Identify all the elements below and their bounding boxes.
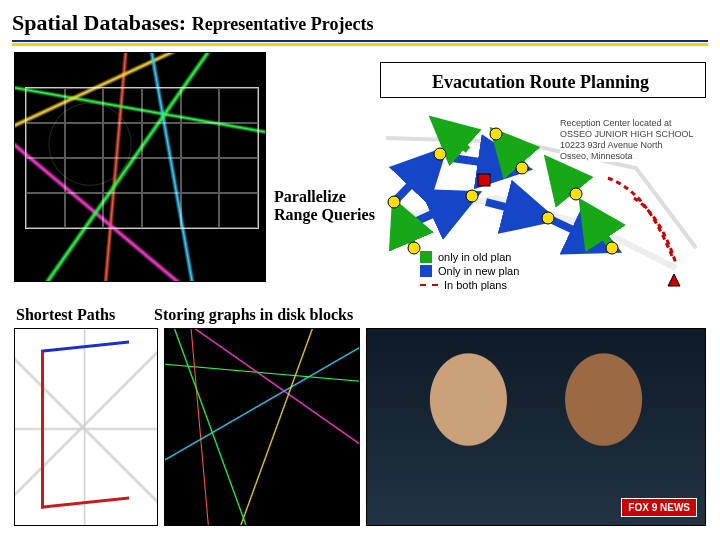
slide-title: Spatial Databases: Representative Projec… bbox=[12, 10, 373, 35]
svg-point-14 bbox=[516, 162, 528, 174]
recp-line1: Reception Center located at bbox=[560, 118, 708, 129]
legend-row-old: only in old plan bbox=[420, 250, 519, 264]
svg-point-19 bbox=[570, 188, 582, 200]
legend-both: In both plans bbox=[444, 278, 507, 292]
legend-old: only in old plan bbox=[438, 250, 511, 264]
legend-row-both: In both plans bbox=[420, 278, 519, 292]
svg-point-13 bbox=[466, 190, 478, 202]
slide-title-area: Spatial Databases: Representative Projec… bbox=[0, 0, 720, 52]
news-anchors: FOX 9 NEWS bbox=[367, 329, 705, 525]
svg-point-17 bbox=[408, 242, 420, 254]
figure-shortest-paths bbox=[14, 328, 158, 526]
svg-point-18 bbox=[490, 128, 502, 140]
figure-range-queries bbox=[14, 52, 266, 282]
evac-legend: only in old plan Only in new plan In bot… bbox=[420, 250, 519, 292]
legend-new: Only in new plan bbox=[438, 264, 519, 278]
storing-vis bbox=[165, 329, 359, 525]
swatch-blue-icon bbox=[420, 265, 432, 277]
recp-line4: Osseo, Minnesota bbox=[560, 151, 708, 162]
legend-row-new: Only in new plan bbox=[420, 264, 519, 278]
recp-line3: 10223 93rd Avenue North bbox=[560, 140, 708, 151]
label-storing-graphs: Storing graphs in disk blocks bbox=[154, 306, 353, 324]
figure-news-screenshot: FOX 9 NEWS bbox=[366, 328, 706, 526]
title-underline bbox=[12, 40, 708, 48]
svg-point-12 bbox=[434, 148, 446, 160]
label-shortest-paths: Shortest Paths bbox=[16, 306, 115, 324]
news-logo: FOX 9 NEWS bbox=[621, 498, 697, 517]
recp-line2: OSSEO JUNIOR HIGH SCHOOL bbox=[560, 129, 708, 140]
svg-point-11 bbox=[388, 196, 400, 208]
label-evacuation: Evacutation Route Planning bbox=[432, 72, 649, 93]
swatch-green-icon bbox=[420, 251, 432, 263]
title-sub: Representative Projects bbox=[192, 14, 374, 34]
title-main: Spatial Databases: bbox=[12, 10, 186, 35]
label-range-queries: Parallelize Range Queries bbox=[274, 188, 375, 224]
swatch-red-dashed-icon bbox=[420, 284, 438, 286]
content-area: Parallelize Range Queries Evacutation Ro… bbox=[0, 52, 720, 536]
svg-point-15 bbox=[542, 212, 554, 224]
range-grid-overlay bbox=[25, 87, 259, 229]
svg-point-16 bbox=[606, 242, 618, 254]
svg-rect-20 bbox=[478, 174, 490, 186]
reception-center-box: Reception Center located at OSSEO JUNIOR… bbox=[560, 118, 708, 162]
shortest-vis bbox=[15, 329, 157, 525]
figure-storing-graphs bbox=[164, 328, 360, 526]
